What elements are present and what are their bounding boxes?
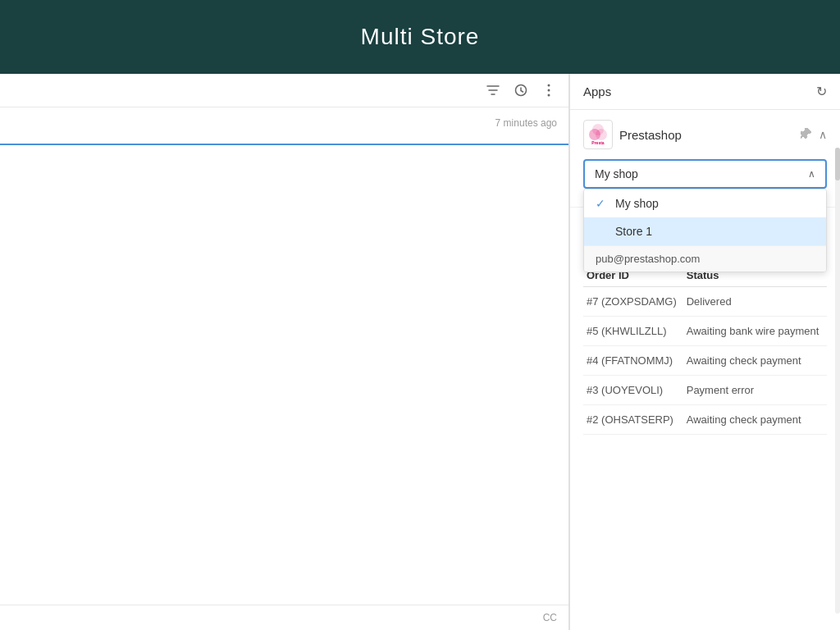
order-status-cell: Delivered (683, 287, 827, 317)
app-header: Multi Store (0, 0, 840, 74)
prestashop-brand: Presta Prestashop (583, 120, 682, 149)
shop-dropdown-container: My shop ∧ ✓ My shop Store 1 pub@prestash… (583, 159, 827, 189)
right-scrollbar[interactable] (835, 148, 840, 614)
order-id-cell: #5 (KHWLILZLL) (583, 317, 683, 346)
dropdown-item-label: Store 1 (615, 225, 652, 238)
email-item: pub@prestashop.com (584, 245, 826, 272)
prestashop-controls: ∧ (801, 128, 827, 142)
left-toolbar (0, 74, 568, 107)
dropdown-menu: ✓ My shop Store 1 pub@prestashop.com (583, 189, 827, 272)
dropdown-item-label: My shop (615, 197, 659, 210)
blue-line-divider (0, 144, 568, 145)
more-options-icon[interactable] (541, 82, 557, 98)
dropdown-arrow-icon: ∧ (808, 168, 815, 180)
table-row[interactable]: #2 (OHSATSERP)Awaiting check payment (583, 405, 827, 435)
selected-shop-label: My shop (595, 167, 638, 180)
order-id-cell: #2 (OHSATSERP) (583, 405, 683, 435)
prestashop-header: Presta Prestashop ∧ (583, 120, 827, 149)
order-id-cell: #7 (ZOXPSDAMG) (583, 287, 683, 317)
left-panel: 7 minutes ago CC (0, 74, 569, 630)
svg-point-7 (596, 129, 607, 140)
prestashop-section: Presta Prestashop ∧ My sh (570, 110, 840, 208)
order-status-cell: Awaiting bank wire payment (683, 317, 827, 346)
email-label: pub@prestashop.com (596, 253, 700, 265)
prestashop-name: Prestashop (619, 128, 682, 142)
order-status-cell: Payment error (683, 376, 827, 405)
order-id-cell: #3 (UOYEVOLI) (583, 376, 683, 405)
timestamp: 7 minutes ago (495, 117, 557, 129)
prestashop-logo: Presta (583, 120, 613, 149)
svg-text:Presta: Presta (591, 140, 605, 145)
svg-point-2 (548, 89, 550, 92)
check-placeholder (596, 225, 609, 238)
app-title: Multi Store (361, 24, 480, 50)
right-panel: Apps ↻ Presta Prestashop (569, 74, 840, 630)
left-panel-body: 7 minutes ago (0, 107, 568, 605)
table-row[interactable]: #7 (ZOXPSDAMG)Delivered (583, 287, 827, 317)
svg-point-3 (548, 94, 550, 97)
history-icon[interactable] (513, 82, 529, 98)
check-icon: ✓ (596, 197, 609, 210)
svg-point-1 (548, 84, 550, 87)
shop-dropdown[interactable]: My shop ∧ (583, 159, 827, 189)
apps-title: Apps (583, 84, 611, 98)
left-panel-footer: CC (0, 605, 568, 630)
main-content: 7 minutes ago CC Apps ↻ (0, 74, 840, 630)
order-id-cell: #4 (FFATNOMMJ) (583, 346, 683, 376)
apps-header: Apps ↻ (570, 74, 840, 110)
table-row[interactable]: #5 (KHWLILZLL)Awaiting bank wire payment (583, 317, 827, 346)
collapse-icon[interactable]: ∧ (819, 128, 827, 141)
table-row[interactable]: #4 (FFATNOMMJ)Awaiting check payment (583, 346, 827, 376)
scrollbar-thumb[interactable] (835, 148, 840, 180)
pin-icon[interactable] (801, 128, 812, 142)
table-row[interactable]: #3 (UOYEVOLI)Payment error (583, 376, 827, 405)
filter-icon[interactable] (485, 82, 501, 98)
footer-cc-label: CC (543, 612, 557, 623)
order-status-cell: Awaiting check payment (683, 346, 827, 376)
refresh-icon[interactable]: ↻ (816, 84, 827, 99)
order-status-cell: Awaiting check payment (683, 405, 827, 435)
dropdown-item-store1[interactable]: Store 1 (584, 217, 826, 245)
orders-table: Order ID Status #7 (ZOXPSDAMG)Delivered#… (583, 264, 827, 435)
dropdown-item-my-shop[interactable]: ✓ My shop (584, 189, 826, 217)
